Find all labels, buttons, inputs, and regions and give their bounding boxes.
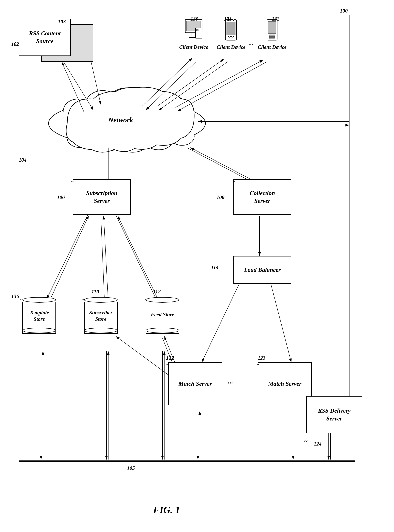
svg-line-22 bbox=[157, 59, 224, 106]
svg-line-16 bbox=[63, 62, 93, 110]
svg-point-13 bbox=[170, 127, 194, 145]
client-dots: ... bbox=[248, 39, 253, 47]
svg-rect-71 bbox=[268, 21, 276, 34]
diagram: 100 RSS ContentSource 102 103 Client Dev… bbox=[0, 0, 394, 532]
svg-point-12 bbox=[145, 130, 173, 150]
match-server-2: Match Server bbox=[258, 362, 312, 405]
ref-123: 123 bbox=[258, 355, 265, 361]
svg-point-11 bbox=[117, 132, 148, 152]
svg-point-9 bbox=[67, 129, 93, 148]
match-server-dots: ... bbox=[228, 377, 233, 385]
cylinder-top-feed bbox=[146, 297, 179, 303]
svg-rect-63 bbox=[227, 22, 235, 35]
cylinder-bottom-feed bbox=[146, 328, 179, 333]
svg-line-31 bbox=[47, 215, 88, 299]
svg-line-36 bbox=[118, 216, 159, 301]
subscriber-store: SubscriberStore bbox=[84, 297, 118, 346]
svg-point-4 bbox=[86, 91, 119, 117]
match-server-1-wavy: ~ bbox=[166, 360, 169, 368]
rss-delivery-server: RSS DeliveryServer bbox=[306, 396, 362, 433]
svg-point-68 bbox=[231, 36, 231, 37]
svg-line-32 bbox=[50, 216, 89, 299]
ref-110: 110 bbox=[92, 289, 99, 295]
svg-line-23 bbox=[177, 62, 267, 111]
ref-136: 136 bbox=[11, 293, 19, 299]
ref-124: 124 bbox=[314, 441, 321, 447]
subscription-server-label: SubscriptionServer bbox=[86, 189, 117, 205]
svg-rect-72 bbox=[269, 35, 275, 36]
client-131-label: Client Device bbox=[217, 44, 246, 50]
svg-point-3 bbox=[63, 99, 93, 121]
svg-rect-73 bbox=[269, 37, 275, 37]
client-device-130: Client Device bbox=[179, 19, 208, 50]
subscription-server: SubscriptionServer bbox=[73, 179, 131, 215]
template-store: TemplateStore bbox=[22, 297, 56, 346]
svg-line-35 bbox=[116, 215, 157, 301]
feed-store: Feed Store bbox=[146, 297, 179, 346]
cylinder-bottom-template bbox=[22, 328, 56, 333]
subscription-server-wavy: ~ bbox=[71, 177, 74, 185]
match-server-1: Match Server bbox=[168, 362, 222, 405]
svg-rect-66 bbox=[233, 19, 234, 21]
rss-content-source-1-label: RSS ContentSource bbox=[29, 30, 61, 45]
svg-line-38 bbox=[202, 276, 243, 362]
ref-108: 108 bbox=[217, 194, 224, 200]
cylinder-bottom-subscriber bbox=[84, 328, 118, 333]
ref-132: 132 bbox=[272, 16, 280, 22]
collection-server-wavy: ~ bbox=[232, 177, 235, 185]
ref-103: 103 bbox=[58, 19, 66, 25]
svg-line-33 bbox=[101, 216, 104, 303]
svg-point-67 bbox=[228, 36, 229, 37]
ref-104: 104 bbox=[19, 157, 26, 163]
svg-point-5 bbox=[108, 88, 146, 116]
svg-point-7 bbox=[160, 97, 188, 118]
match-server-2-wavy: ~ bbox=[255, 360, 259, 368]
cylinder-top-template bbox=[22, 297, 56, 303]
network-label: Network bbox=[108, 116, 133, 124]
match-server-1-label: Match Server bbox=[178, 380, 212, 388]
svg-point-6 bbox=[135, 91, 168, 116]
ref-105: 105 bbox=[127, 465, 135, 471]
ref-100: 100 bbox=[340, 8, 348, 14]
ref-131: 131 bbox=[224, 16, 232, 22]
svg-line-19 bbox=[146, 62, 196, 110]
fig-label: FIG. 1 bbox=[153, 504, 180, 515]
svg-line-20 bbox=[142, 58, 192, 106]
ref-106: 106 bbox=[57, 194, 65, 200]
client-device-132: Client Device bbox=[258, 19, 287, 50]
arrows-svg bbox=[0, 0, 394, 532]
svg-line-24 bbox=[176, 60, 263, 107]
collection-server: CollectionServer bbox=[233, 179, 291, 215]
load-balancer-label: Load Balancer bbox=[244, 266, 281, 274]
client-130-label: Client Device bbox=[179, 44, 208, 50]
rss-delivery-server-wavy: ~ bbox=[304, 437, 307, 445]
ref-122: 122 bbox=[166, 355, 174, 361]
svg-line-39 bbox=[269, 276, 291, 362]
ref-102: 102 bbox=[11, 41, 19, 47]
svg-point-10 bbox=[92, 131, 121, 151]
rss-delivery-server-label: RSS DeliveryServer bbox=[318, 407, 351, 422]
ref-114: 114 bbox=[211, 264, 218, 270]
svg-line-21 bbox=[159, 62, 228, 110]
ref-130: 130 bbox=[191, 16, 198, 22]
match-server-2-label: Match Server bbox=[268, 380, 301, 388]
client-device-131: Client Device bbox=[217, 19, 246, 50]
client-132-label: Client Device bbox=[258, 44, 287, 50]
svg-line-18 bbox=[62, 62, 84, 112]
collection-server-label: CollectionServer bbox=[250, 189, 275, 205]
svg-rect-74 bbox=[269, 38, 275, 39]
svg-line-34 bbox=[104, 216, 108, 303]
svg-rect-61 bbox=[197, 30, 198, 31]
cylinder-top-subscriber bbox=[84, 297, 118, 303]
load-balancer: Load Balancer bbox=[233, 256, 291, 284]
ref-112: 112 bbox=[153, 289, 161, 295]
svg-point-69 bbox=[233, 36, 234, 37]
